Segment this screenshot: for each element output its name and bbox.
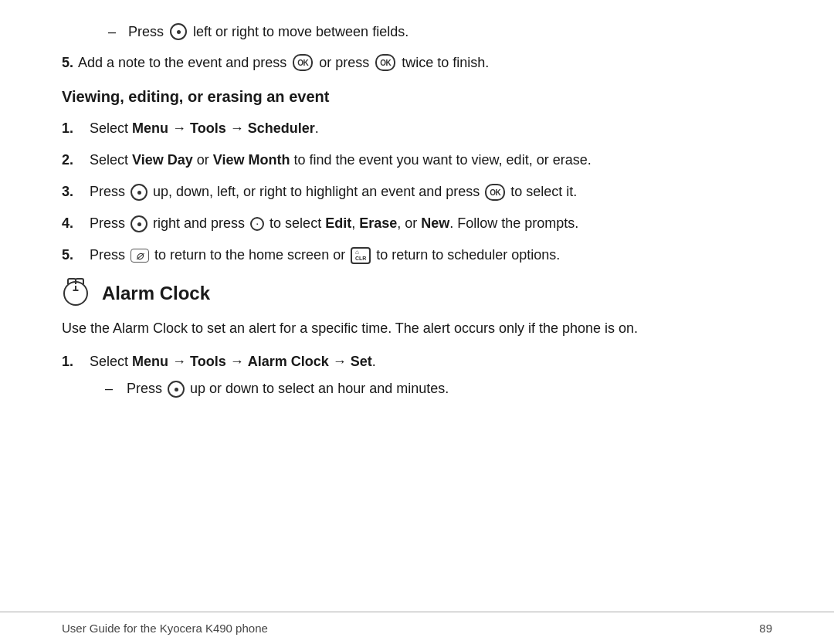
step1-content: Select Menu → Tools → Scheduler. [90,118,772,139]
clock-hand-horizontal [73,290,79,291]
alarm-section: Alarm Clock Use the Alarm Clock to set a… [62,281,772,404]
step1-num: 1. [62,118,83,139]
alarm-icon [63,281,88,306]
intro-text: left or right to move between fields. [193,24,409,40]
ok-button-icon-2: OK [375,54,395,71]
viewing-step-4: 4. Press right and press to select Edit,… [62,213,772,234]
viewing-heading: Viewing, editing, or erasing an event [62,88,772,106]
step5-end-icon: ⌀ [131,249,149,263]
step5-text-before: Add a note to the event and press [78,55,286,71]
alarm-step1-content: Select Menu → Tools → Alarm Clock → Set.… [90,351,772,404]
alarm-substep-content: Press up or down to select an hour and m… [127,378,449,399]
alarm-description: Use the Alarm Clock to set an alert for … [62,318,772,339]
nav-icon-inline [170,23,187,40]
step3-num: 3. [62,181,83,202]
dot-button-icon-4 [250,217,264,231]
intro-dash: – [108,24,124,40]
step5-number: 5. [62,55,73,71]
step5-add-note: 5. Add a note to the event and press OK … [62,54,772,71]
alarm-substep-nav-icon [168,381,185,398]
viewing-section: Viewing, editing, or erasing an event 1.… [62,88,772,266]
nav-wheel-icon-3 [131,184,147,201]
viewing-step-3: 3. Press up, down, left, or right to hig… [62,181,772,202]
viewing-step-1: 1. Select Menu → Tools → Scheduler. [62,118,772,139]
intro-bullet-line: – Press left or right to move between fi… [62,23,772,40]
alarm-substeps: – Press up or down to select an hour and… [90,378,772,399]
step4-content: Press right and press to select Edit, Er… [90,213,772,234]
nav-wheel-icon [170,23,187,40]
step5-text-after: twice to finish. [402,55,489,71]
alarm-clock-icon [63,281,93,306]
alarm-heading-text: Alarm Clock [102,283,210,304]
step5v-content: Press ⌀ to return to the home screen or … [90,245,772,266]
step3-nav-icon [131,184,147,201]
step2-num: 2. [62,150,83,171]
ok-button-icon-3: OK [485,184,505,201]
page-footer: User Guide for the Kyocera K490 phone 89 [0,612,834,644]
step4-num: 4. [62,213,83,234]
ok-button-icon-1: OK [293,54,313,71]
alarm-steps-list: 1. Select Menu → Tools → Alarm Clock → S… [62,351,772,404]
nav-wheel-icon-alarm [168,381,185,398]
viewing-step-5: 5. Press ⌀ to return to the home screen … [62,245,772,266]
footer-text: User Guide for the Kyocera K490 phone [62,622,268,635]
alarm-section-heading: Alarm Clock [62,281,772,306]
step4-nav-icon [131,215,147,232]
ok-icon-2: OK [375,54,395,71]
alarm-step-1: 1. Select Menu → Tools → Alarm Clock → S… [62,351,772,404]
step4-dot-icon [250,217,264,231]
end-button-icon: ⌀ [131,249,149,263]
step3-content: Press up, down, left, or right to highli… [90,181,772,202]
ok-icon-1: OK [293,54,313,71]
alarm-substep-1: – Press up or down to select an hour and… [90,378,772,399]
step3-ok-icon: OK [485,184,505,201]
viewing-steps-list: 1. Select Menu → Tools → Scheduler. 2. S… [62,118,772,266]
step5-text-middle: or press [319,55,369,71]
page-number: 89 [759,622,772,635]
nav-wheel-icon-4 [131,215,147,232]
alarm-substep-dash: – [105,378,120,399]
clr-button-icon: ⌂CLR [351,247,371,264]
intro-press-label: Press [128,24,164,40]
clock-hands [65,283,86,304]
step5v-num: 5. [62,245,83,266]
alarm-step1-num: 1. [62,351,83,372]
step5-clr-icon: ⌂CLR [351,247,371,264]
step2-content: Select View Day or View Month to find th… [90,150,772,171]
viewing-step-2: 2. Select View Day or View Month to find… [62,150,772,171]
